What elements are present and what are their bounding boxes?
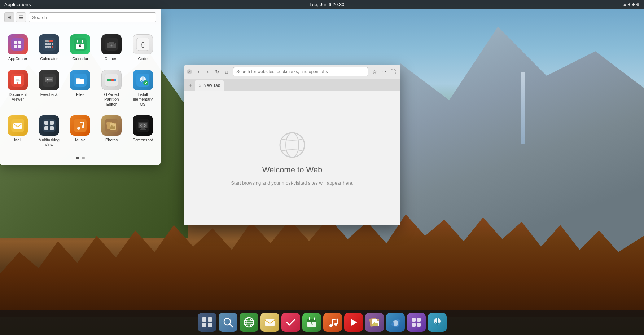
svg-rect-13 xyxy=(47,46,49,48)
svg-point-56 xyxy=(77,127,80,130)
app-item-multitask[interactable]: Multitasking View xyxy=(34,112,64,151)
browser-window: ✕ ‹ › ↻ ⌂ ☆ ⋯ ⛶ + ✕ New Tab Welcome to W… xyxy=(184,65,400,225)
svg-point-26 xyxy=(114,43,115,44)
gparted-label: GParted Partition Editor xyxy=(98,92,124,107)
calculator-icon xyxy=(39,34,59,54)
app-item-calendar[interactable]: 6 Calendar xyxy=(65,31,95,65)
browser-tabs: + ✕ New Tab xyxy=(184,79,400,91)
dock-item-install[interactable] xyxy=(428,313,447,332)
calendar-icon: 6 xyxy=(70,34,90,54)
browser-forward-button[interactable]: › xyxy=(203,67,212,76)
dock-item-music[interactable] xyxy=(323,313,342,332)
svg-rect-51 xyxy=(44,121,48,125)
panel-indicators: ▲ ♦ ◆ ⊕ xyxy=(623,2,640,7)
app-item-docviewer[interactable]: e Document Viewer xyxy=(3,66,33,110)
svg-rect-64 xyxy=(139,123,147,128)
browser-address-bar[interactable] xyxy=(233,67,368,76)
svg-rect-92 xyxy=(417,318,421,322)
browser-back-button[interactable]: ‹ xyxy=(194,67,203,76)
svg-rect-10 xyxy=(49,43,51,45)
svg-point-85 xyxy=(329,324,332,327)
dock-item-tasks[interactable] xyxy=(281,313,300,332)
svg-rect-7 xyxy=(49,40,53,42)
mail-icon xyxy=(8,115,28,136)
svg-rect-2 xyxy=(18,41,21,44)
mail-label: Mail xyxy=(14,138,21,142)
appcenter-icon xyxy=(8,34,28,54)
browser-action-buttons: ☆ ⋯ ⛶ xyxy=(370,67,398,76)
page-dot-2[interactable] xyxy=(82,157,85,159)
browser-settings-button[interactable]: ⋯ xyxy=(380,67,388,76)
list-view-button[interactable]: ☰ xyxy=(16,12,26,22)
svg-point-90 xyxy=(377,319,379,321)
docviewer-label: Document Viewer xyxy=(5,92,31,102)
svg-rect-50 xyxy=(43,119,56,132)
svg-point-38 xyxy=(50,79,51,80)
app-item-camera[interactable]: Camera xyxy=(97,31,127,65)
svg-rect-66 xyxy=(140,129,146,130)
svg-rect-6 xyxy=(45,40,49,42)
dock-item-appcenter[interactable] xyxy=(407,313,426,332)
browser-reload-button[interactable]: ↻ xyxy=(213,67,222,76)
new-tab-button[interactable]: + xyxy=(187,82,194,89)
app-item-music[interactable]: Music xyxy=(65,112,95,151)
dock-item-search[interactable] xyxy=(219,313,237,332)
clock-display: Tue, Jun 6 20:30 xyxy=(309,2,344,7)
apps-menu-button[interactable]: Applications xyxy=(4,2,31,7)
browser-titlebar: ✕ ‹ › ↻ ⌂ ☆ ⋯ ⛶ xyxy=(184,65,400,79)
appcenter-label: AppCenter xyxy=(8,57,27,61)
search-input[interactable] xyxy=(29,12,156,22)
page-dot-1[interactable] xyxy=(76,157,79,159)
app-item-install[interactable]: Install elementary OS xyxy=(128,66,158,110)
svg-rect-94 xyxy=(417,323,421,327)
dock-item-browser[interactable] xyxy=(240,313,258,332)
camera-icon xyxy=(101,34,122,54)
browser-fullscreen-button[interactable]: ⛶ xyxy=(389,67,398,76)
svg-rect-42 xyxy=(107,79,111,81)
svg-rect-8 xyxy=(45,43,47,45)
app-item-feedback[interactable]: Feedback xyxy=(34,66,64,110)
svg-rect-44 xyxy=(114,79,116,81)
app-item-appcenter[interactable]: AppCenter xyxy=(3,31,33,65)
dock-item-epiphany[interactable] xyxy=(386,313,405,332)
pagination xyxy=(0,157,161,159)
svg-rect-1 xyxy=(14,41,17,44)
app-item-gparted[interactable]: GParted Partition Editor xyxy=(97,66,127,110)
svg-text:e: e xyxy=(17,81,19,84)
app-item-calculator[interactable]: Calculator xyxy=(34,31,64,65)
tab-label: New Tab xyxy=(203,83,220,88)
app-item-files[interactable]: Files xyxy=(65,66,95,110)
app-launcher: ⊞ ☰ AppCenter xyxy=(0,9,161,165)
svg-rect-83 xyxy=(314,317,315,320)
waterfall xyxy=(521,72,525,144)
svg-rect-31 xyxy=(16,78,20,78)
svg-rect-54 xyxy=(50,126,54,130)
app-item-photos[interactable]: Photos xyxy=(97,112,127,151)
calendar-label: Calendar xyxy=(72,57,88,61)
svg-rect-0 xyxy=(11,38,24,51)
svg-rect-52 xyxy=(50,121,54,125)
welcome-title: Welcome to Web xyxy=(262,165,323,175)
dock-item-multitask[interactable] xyxy=(198,313,216,332)
svg-point-61 xyxy=(114,123,116,124)
dock-item-mail[interactable] xyxy=(260,313,279,332)
grid-view-button[interactable]: ⊞ xyxy=(4,12,14,22)
app-item-screenshot[interactable]: Screenshot xyxy=(128,112,158,151)
browser-close-button[interactable]: ✕ xyxy=(187,69,192,74)
svg-rect-20 xyxy=(82,40,83,43)
app-item-code[interactable]: {} Code xyxy=(128,31,158,65)
dock-item-calendar[interactable]: 6 xyxy=(302,313,321,332)
music-icon xyxy=(70,115,90,136)
browser-tab[interactable]: ✕ New Tab xyxy=(195,80,224,91)
dock-item-photos[interactable] xyxy=(365,313,384,332)
tab-close-button[interactable]: ✕ xyxy=(198,84,201,88)
browser-home-button[interactable]: ⌂ xyxy=(222,67,231,76)
svg-marker-87 xyxy=(351,319,357,326)
svg-line-75 xyxy=(230,324,233,327)
svg-rect-91 xyxy=(412,318,416,322)
app-item-mail[interactable]: Mail xyxy=(3,112,33,151)
multitask-label: Multitasking View xyxy=(36,138,62,147)
app-grid: AppCenter Calculator xyxy=(0,26,161,155)
browser-star-button[interactable]: ☆ xyxy=(370,67,379,76)
dock-item-videos[interactable] xyxy=(344,313,363,332)
